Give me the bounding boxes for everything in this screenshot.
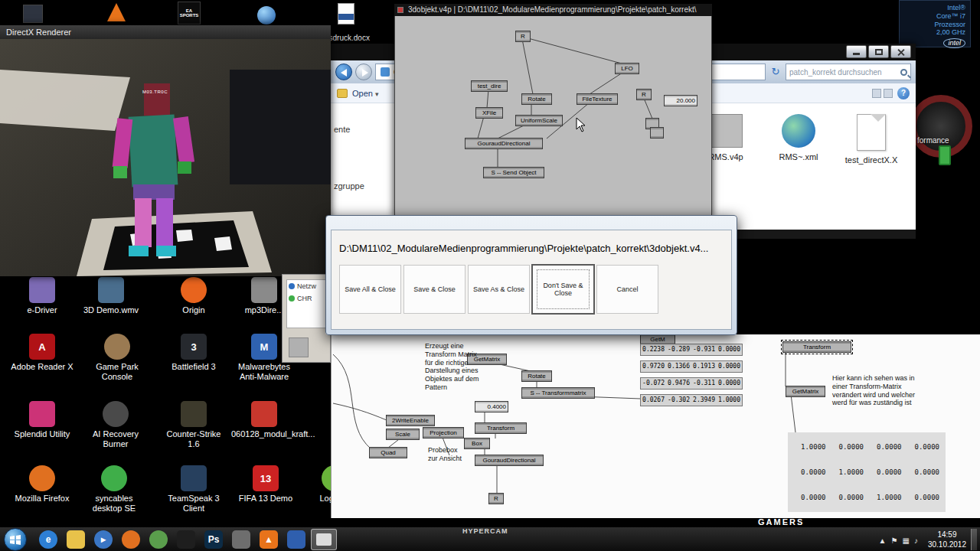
forward-button[interactable] <box>355 64 372 80</box>
patch-node[interactable]: test_dire <box>472 81 507 91</box>
matrix-row[interactable]: 0.97200.13660.19130.0000 <box>641 361 742 372</box>
desktop-icon[interactable]: Counter-Strike 1.6 <box>161 401 227 448</box>
desktop-icon[interactable]: 3Battlefield 3 <box>161 334 227 372</box>
patch-node[interactable]: GetM <box>641 334 675 344</box>
search-icon[interactable] <box>900 69 907 76</box>
directx-titlebar[interactable]: DirectX Renderer <box>0 25 331 39</box>
patch-node[interactable]: LFO <box>616 64 639 73</box>
desktop-icon-label: AI Recovery Burner <box>83 429 149 448</box>
file-item[interactable]: test_directX.X <box>836 114 906 165</box>
taskbar-item-internet-explorer[interactable]: e <box>35 529 61 550</box>
search-box[interactable] <box>786 64 911 80</box>
patch-node[interactable]: 2WriteEnable <box>387 416 434 425</box>
dialog-button-cancel[interactable]: Cancel <box>596 265 658 314</box>
patch-node[interactable]: Scale <box>387 429 419 439</box>
matrix-cell: 0.2238 <box>641 344 666 355</box>
desktop-icon[interactable]: syncables desktop SE <box>81 465 147 513</box>
dialog-button-save-as-close[interactable]: Save As & Close <box>468 265 530 314</box>
patch-node[interactable]: Transform <box>783 342 851 352</box>
dialog-button-don-t-save-close[interactable]: Don't Save & Close <box>532 265 594 314</box>
desktop-icon[interactable]: TeamSpeak 3 Client <box>161 465 227 513</box>
desktop-icon[interactable]: Mozilla Firefox <box>9 465 75 504</box>
matrix-row[interactable]: 0.2238-0.289-0.9310.0000 <box>641 344 742 355</box>
dialog-button-save-all-close[interactable]: Save All & Close <box>339 265 401 314</box>
desktop-icon[interactable]: Splendid Utility <box>9 401 75 439</box>
back-button[interactable] <box>335 64 352 80</box>
dialog-titlebar[interactable] <box>326 216 737 230</box>
taskbar-item-chrome[interactable] <box>145 529 172 550</box>
desktop-icon[interactable]: 3D Demo.wmv <box>78 277 144 315</box>
patch-node[interactable]: Rotate <box>522 371 551 381</box>
vvvv-titlebar[interactable]: 3dobjekt.v4p | D:\DM11\02_ModulareMedien… <box>394 4 712 16</box>
matrix-cell: 2.3949 <box>691 395 717 406</box>
matrix-iobox[interactable]: 1.00000.00000.00000.00000.00001.00000.00… <box>788 432 946 512</box>
patch-node[interactable]: R <box>489 494 503 504</box>
start-button[interactable] <box>4 528 27 551</box>
desktop-icon[interactable]: 060128_modul_kraft... <box>231 401 297 439</box>
show-desktop-button[interactable] <box>971 529 977 550</box>
volume-icon[interactable]: ♪ <box>914 536 918 545</box>
tree-item[interactable]: zgruppe <box>334 181 364 191</box>
desktop-shortcut-icon[interactable] <box>23 5 43 23</box>
ea-sports-icon[interactable]: EA SPORTS <box>178 2 201 24</box>
file-item[interactable]: RMS~.xml <box>763 114 834 161</box>
patch-node[interactable]: FileTexture <box>577 94 617 104</box>
patch-node[interactable]: S -- Send Object <box>484 168 544 178</box>
matrix-row[interactable]: -0.0720.9476-0.3110.0000 <box>641 378 742 389</box>
search-input[interactable] <box>789 68 900 77</box>
docx-file-icon[interactable] <box>338 3 354 24</box>
desktop-icon[interactable]: AI Recovery Burner <box>83 401 149 448</box>
vlc-icon[interactable] <box>107 3 126 21</box>
active-window-icon <box>316 533 332 546</box>
patch-node[interactable] <box>651 128 663 138</box>
desktop-icon[interactable]: e-Driver <box>9 277 75 315</box>
vvvv-patch-window-2[interactable]: 1.00000.00000.00000.00000.00001.00000.00… <box>331 334 980 518</box>
taskbar-item-media-player[interactable]: ▸ <box>90 529 116 550</box>
minimize-button[interactable] <box>846 45 867 58</box>
desktop-icon[interactable]: Origin <box>161 277 227 315</box>
patch-node[interactable]: R <box>516 31 530 41</box>
patch-node[interactable]: Projection <box>423 428 463 438</box>
taskbar-item-app-gray[interactable] <box>228 529 254 550</box>
desktop-icon[interactable]: AAdobe Reader X <box>9 334 75 372</box>
help-icon[interactable]: ? <box>897 87 910 99</box>
patch-node[interactable]: GetMatrix <box>786 386 825 396</box>
desktop-icon[interactable]: Game Park Console <box>84 334 150 381</box>
taskbar-item-hypercam-app[interactable] <box>173 529 199 550</box>
network-icon[interactable]: ▦ <box>902 536 909 545</box>
taskbar-item-app-blue[interactable] <box>283 529 309 550</box>
patch-node[interactable]: Rotate <box>522 94 551 104</box>
app-orb-icon[interactable] <box>257 6 276 24</box>
taskbar-item-vlc[interactable]: ▲ <box>256 529 282 550</box>
patch-node[interactable]: S -- Transformmatrix <box>522 388 594 398</box>
desktop-icon-image <box>103 401 129 427</box>
patch-node[interactable]: 20.000 <box>665 96 697 106</box>
dialog-button-save-close[interactable]: Save & Close <box>403 265 466 314</box>
patch-node[interactable]: XFile <box>476 108 502 118</box>
patch-node[interactable]: Quad <box>370 448 407 458</box>
gamers-watermark: GAMERS <box>758 517 804 527</box>
matrix-row[interactable]: 0.0267-0.3022.39491.0000 <box>641 395 742 406</box>
taskbar-item-windows-explorer[interactable] <box>63 529 89 550</box>
taskbar-item-photoshop[interactable]: Ps <box>201 529 227 550</box>
action-center-icon[interactable]: ⚑ <box>891 536 898 545</box>
refresh-icon[interactable]: ↻ <box>769 65 782 79</box>
close-button[interactable] <box>890 45 911 58</box>
patch-node[interactable]: GouraudDirectional <box>466 139 542 148</box>
clock[interactable]: 14:59 30.10.2012 <box>928 530 966 549</box>
tree-item[interactable]: ente <box>334 125 350 134</box>
maximize-button[interactable] <box>868 45 889 58</box>
patch-node[interactable]: Transform <box>475 423 526 433</box>
desktop-icon[interactable]: 13FIFA 13 Demo <box>233 465 299 504</box>
patch-node[interactable]: R <box>637 90 651 99</box>
patch-node[interactable]: UniformScale <box>516 116 562 126</box>
view-options-icon[interactable] <box>872 89 893 98</box>
patch-node[interactable]: GouraudDirectional <box>475 455 543 465</box>
taskbar-item-active-window[interactable] <box>311 529 337 550</box>
open-button[interactable]: Open ▾ <box>352 89 379 98</box>
patch-node[interactable]: 0.4000 <box>475 402 508 412</box>
tray-expand-icon[interactable]: ▲ <box>879 536 887 545</box>
patch-canvas[interactable]: RLFOtest_direRotateFileTextureR20.000XFi… <box>394 16 712 218</box>
cpu-line: Core™ i7 <box>904 12 965 21</box>
taskbar-item-firefox[interactable] <box>118 529 144 550</box>
